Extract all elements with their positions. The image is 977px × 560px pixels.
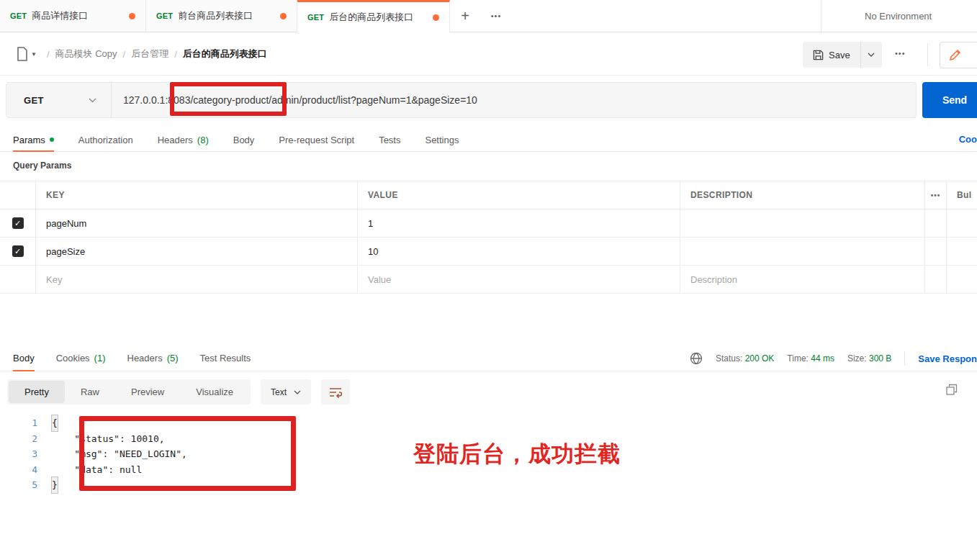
cookies-link[interactable]: Coo — [959, 134, 977, 145]
save-button-label: Save — [829, 50, 850, 60]
annotation-note: 登陆后台，成功拦截 — [413, 439, 621, 469]
view-visualize-button[interactable]: Visualize — [180, 381, 249, 403]
row-actions-cell — [925, 238, 947, 265]
save-response-link[interactable]: Save Respon — [918, 353, 977, 364]
tab-headers[interactable]: Headers (8) — [158, 128, 209, 151]
save-button[interactable]: Save — [803, 42, 860, 68]
unsaved-dot-icon — [129, 13, 135, 19]
view-raw-button[interactable]: Raw — [65, 381, 115, 403]
bulk-edit-link[interactable]: Bul — [947, 181, 977, 209]
param-key-field[interactable]: pageNum — [36, 209, 358, 237]
save-split-button: Save — [803, 42, 882, 68]
view-preview-button[interactable]: Preview — [115, 381, 180, 403]
param-desc-field[interactable]: Description — [680, 266, 925, 293]
size-field: Size: 300 B — [847, 353, 891, 363]
time-field: Time: 44 ms — [787, 353, 834, 363]
row-actions-cell — [925, 209, 947, 237]
send-button[interactable]: Send — [922, 82, 977, 118]
format-dropdown[interactable]: Text — [261, 379, 311, 405]
breadcrumb-row: ▼ / 商品模块 Copy / 后台管理 / 后台的商品列表接口 Save ••… — [0, 33, 977, 76]
tab-options-icon[interactable]: ••• — [480, 0, 512, 32]
col-header-key: KEY — [36, 181, 358, 209]
status-field: Status: 200 OK — [716, 353, 774, 363]
param-value-field[interactable]: Value — [358, 266, 680, 293]
tab-method-label: GET — [156, 12, 173, 20]
tab-headers-label: Headers — [158, 135, 193, 145]
wrap-lines-button[interactable] — [321, 379, 350, 405]
param-desc-field[interactable] — [680, 238, 925, 265]
line-number: 5 — [0, 477, 37, 493]
unsaved-dot-icon — [433, 14, 439, 21]
breadcrumb-separator: / — [174, 49, 177, 60]
environment-selector[interactable]: No Environment — [821, 0, 977, 32]
params-header-row: KEY VALUE DESCRIPTION ••• Bul — [0, 181, 977, 209]
breadcrumb-collection[interactable]: 商品模块 Copy — [55, 48, 117, 60]
response-tab-headers[interactable]: Headers (5) — [127, 346, 179, 371]
globe-icon[interactable] — [690, 352, 703, 365]
breadcrumb-request-name[interactable]: 后台的商品列表接口 — [183, 48, 267, 60]
line-number: 4 — [0, 462, 37, 478]
request-doc-icon[interactable]: ▼ — [16, 47, 37, 61]
chevron-down-icon — [294, 390, 301, 394]
tab-body[interactable]: Body — [233, 128, 255, 151]
pencil-icon — [949, 49, 961, 61]
tab-authorization[interactable]: Authorization — [78, 128, 133, 151]
line-number: 1 — [0, 415, 37, 431]
edit-pencil-button[interactable] — [940, 42, 977, 68]
params-more-actions-icon[interactable]: ••• — [925, 181, 947, 209]
save-options-button[interactable] — [860, 42, 882, 68]
method-selector[interactable]: GET — [6, 83, 112, 117]
code-text: "data": null — [52, 462, 142, 478]
cookies-count-badge: (1) — [94, 353, 106, 363]
breadcrumb-separator: / — [47, 49, 50, 60]
response-toolbar: Pretty Raw Preview Visualize Text — [7, 379, 350, 405]
table-row-placeholder: Key Value Description — [0, 266, 977, 294]
breadcrumb-folder[interactable]: 后台管理 — [131, 48, 168, 60]
code-line: 1 { — [0, 415, 648, 431]
line-number: 3 — [0, 446, 37, 462]
time-value: 44 ms — [811, 353, 834, 363]
headers-count-badge: (8) — [197, 135, 209, 145]
param-key-field[interactable]: pageSize — [36, 238, 358, 265]
response-tab-test-results[interactable]: Test Results — [200, 346, 251, 371]
tab-admin-product-list[interactable]: GET 后台的商品列表接口 — [297, 0, 450, 32]
response-tab-cookies[interactable]: Cookies (1) — [56, 346, 106, 371]
chevron-down-icon — [89, 98, 96, 103]
request-more-actions-icon[interactable]: ••• — [895, 49, 906, 58]
row-actions-cell — [925, 266, 947, 293]
row-checkbox[interactable]: ✓ — [12, 245, 24, 257]
tab-tests[interactable]: Tests — [379, 128, 400, 151]
tab-settings[interactable]: Settings — [425, 128, 459, 151]
code-text: { — [52, 415, 58, 431]
tab-params[interactable]: Params — [13, 128, 54, 151]
tab-prerequest-script[interactable]: Pre-request Script — [279, 128, 354, 151]
wrap-lines-icon — [329, 387, 342, 398]
response-meta: Status: 200 OK Time: 44 ms Size: 300 B S… — [690, 346, 977, 371]
param-desc-field[interactable] — [680, 209, 925, 237]
request-subtabs: Params Authorization Headers (8) Body Pr… — [0, 128, 977, 152]
response-tab-body[interactable]: Body — [13, 346, 35, 371]
copy-response-button[interactable] — [945, 384, 958, 396]
code-text: "status": 10010, — [52, 431, 165, 447]
status-value: 200 OK — [745, 353, 775, 363]
view-pretty-button[interactable]: Pretty — [9, 381, 65, 403]
tab-product-detail[interactable]: GET 商品详情接口 — [0, 0, 146, 32]
url-input[interactable]: 127.0.0.1:8083/category-product/admin/pr… — [112, 94, 916, 106]
divider — [904, 351, 905, 366]
query-params-table: KEY VALUE DESCRIPTION ••• Bul ✓ pageNum … — [0, 181, 977, 294]
row-checkbox[interactable]: ✓ — [12, 217, 24, 229]
col-header-description: DESCRIPTION — [680, 181, 925, 209]
param-key-field[interactable]: Key — [36, 266, 358, 293]
request-url-bar: GET 127.0.0.1:8083/category-product/admi… — [6, 82, 917, 118]
method-selected-label: GET — [24, 95, 44, 106]
tab-params-label: Params — [13, 135, 45, 145]
param-value-field[interactable]: 1 — [358, 209, 680, 237]
tab-method-label: GET — [10, 12, 27, 20]
row-end-cell — [947, 209, 977, 237]
tab-title: 商品详情接口 — [32, 9, 88, 22]
new-tab-button[interactable]: + — [450, 0, 480, 32]
code-text: "msg": "NEED_LOGIN", — [52, 446, 187, 462]
param-value-field[interactable]: 10 — [358, 238, 680, 265]
resp-headers-count-badge: (5) — [167, 353, 179, 363]
tab-front-product-list[interactable]: GET 前台商品列表接口 — [146, 0, 297, 32]
